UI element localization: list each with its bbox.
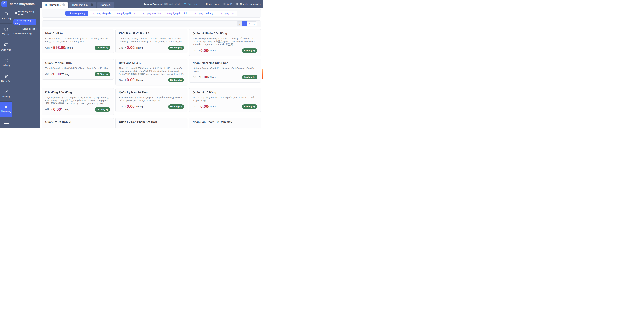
tab-2[interactable]: Thêm mới đơ...× xyxy=(69,2,96,8)
tab-3[interactable]: Trang chủ xyxy=(97,2,114,8)
sidebar-item-2[interactable]: Tồn kho xyxy=(0,24,12,39)
cart-icon xyxy=(4,74,8,78)
currency-symbol: € xyxy=(199,76,200,78)
app-window: demo mayorista Thị trường ứ...×Thêm mới … xyxy=(0,0,263,128)
sidebar-item-6[interactable]: Thiết lập xyxy=(0,86,12,102)
main-content: Tất cả ứng dụngỨng dụng sản phẩmỨng dụng… xyxy=(40,8,263,128)
sidebar-item-5[interactable]: Sản phẩm xyxy=(0,70,12,86)
price-amount: 0.00 xyxy=(53,72,61,76)
price-label: Giá: xyxy=(119,46,124,49)
price-row: Giá:€0.00/ ThángĐã đăng ký xyxy=(192,75,258,79)
registered-badge: Đã đăng ký xyxy=(168,78,184,82)
price-amount: 598.00 xyxy=(53,45,65,50)
app-card-description: Thực hiện quản lý đặt hàng bán hàng, thi… xyxy=(45,96,110,105)
topmenu-item-grid4[interactable]: APP xyxy=(223,3,232,5)
sidebar-item-4[interactable]: Tiếp thị xyxy=(0,55,12,70)
app-card-description: Thực hiện quản lý đặt hàng mua sỉ, thiết… xyxy=(119,67,184,76)
app-card-title: Nhập Excel Nhà Cung Cấp xyxy=(192,61,258,65)
pagination-next[interactable]: » xyxy=(252,22,257,26)
filter-button-2[interactable]: Ứng dụng sản phẩm xyxy=(88,11,115,16)
hamburger-menu-icon[interactable] xyxy=(0,122,12,125)
app-card-description: Kích hoạt quản lý hạn sử dụng cho sản ph… xyxy=(119,96,184,102)
topmenu-label: Khách hàng xyxy=(206,3,220,5)
app-card-title: Quản Lý Hạn Sử Dụng xyxy=(119,91,184,94)
pagination-page-2[interactable]: 2 xyxy=(247,22,252,26)
cmd-icon xyxy=(4,59,8,63)
filter-button-7[interactable]: Ứng dụng khác xyxy=(216,11,237,16)
filter-button-5[interactable]: Ứng dụng tài chính xyxy=(165,11,190,16)
app-card-description: Chức năng quản lý bán hàng cho bán sỉ th… xyxy=(119,37,184,43)
price-row: Giá:€0.00/ ThángĐã đăng ký xyxy=(45,107,110,112)
price-label: Giá: xyxy=(45,46,50,49)
app-card-title: Quản Lý Nhiều Cửa Hàng xyxy=(192,32,258,36)
app-card-grid: Khối Cơ BảnKhối chức năng cơ bản nhất, b… xyxy=(42,29,261,128)
monitor-icon xyxy=(184,3,186,5)
close-icon[interactable]: × xyxy=(90,3,93,6)
price-amount: 0.00 xyxy=(200,48,208,53)
price-amount: 0.00 xyxy=(127,104,134,109)
topmenu-item-user[interactable]: Cuenta Principal▾ xyxy=(236,3,261,5)
close-icon[interactable]: × xyxy=(62,3,65,6)
grid4-icon xyxy=(223,3,226,5)
currency-symbol: € xyxy=(52,46,53,49)
pagination-bar: «12» xyxy=(42,21,261,27)
price-row: Giá:€0.00/ ThángĐã đăng ký xyxy=(45,72,110,76)
topmenu-label: Tienda Principal xyxy=(144,3,163,5)
pagination-prev[interactable]: « xyxy=(237,22,242,26)
submenu-item-3[interactable]: Lịch sử mua hàng xyxy=(12,32,40,35)
topmenu: Tienda Principal[Chuyển đổi]Bán hàngKhác… xyxy=(140,0,261,8)
filter-button-3[interactable]: Ứng dụng tiếp thị xyxy=(115,11,138,16)
app-card-title: Đặt Hàng Bán Hàng xyxy=(45,91,110,94)
tab-label: Trang chủ xyxy=(100,3,111,6)
tab-1[interactable]: Thị trường ứ...× xyxy=(42,2,68,8)
grid-icon xyxy=(14,12,17,15)
app-card: Nhập Excel Nhà Cung CấpHỗ trợ nhập và xu… xyxy=(189,59,261,83)
submenu-item-1[interactable]: Thị trường ứng dụng xyxy=(14,19,36,25)
app-card-title: Quản Lý Đa Đơn Vị xyxy=(45,120,110,124)
registered-badge: Đã đăng ký xyxy=(242,48,258,53)
registered-badge: Đã đăng ký xyxy=(94,72,110,76)
currency-symbol: € xyxy=(125,79,126,81)
currency-symbol: € xyxy=(52,73,53,75)
price-period: / Tháng xyxy=(61,108,69,111)
topmenu-item-pin[interactable]: Tienda Principal[Chuyển đổi] xyxy=(140,3,180,5)
filter-button-1[interactable]: Tất cả ứng dụng xyxy=(66,11,88,16)
filter-button-6[interactable]: Ứng dụng kho hàng xyxy=(190,11,216,16)
scrollbar-thumb[interactable] xyxy=(262,69,263,79)
sidebar-item-7[interactable]: Ứng dụng xyxy=(0,102,12,117)
app-card-description: Thực hiện quản lý kho tách biệt với cửa … xyxy=(45,67,110,70)
sidebar-item-label: Bán hàng xyxy=(2,17,11,20)
pagination-page-1[interactable]: 1 xyxy=(242,22,247,26)
price-amount: 0.00 xyxy=(127,45,134,50)
app-card: Quản Lý Hạn Sử DụngKích hoạt quản lý hạn… xyxy=(116,88,188,112)
topmenu-item-monitor[interactable]: Bán hàng xyxy=(184,3,198,5)
app-card: Quản Lý Nhiều KhoThực hiện quản lý kho t… xyxy=(42,59,114,80)
price-period: / Tháng xyxy=(65,46,74,49)
app-card: Quản Lý Sản Phẩm Kết Hợp xyxy=(116,118,188,128)
brand-name: demo mayorista xyxy=(10,2,35,6)
cube-icon xyxy=(4,27,8,32)
app-card: Khối Bán Sỉ Và Bán LẻChức năng quản lý b… xyxy=(116,29,188,53)
price-label: Giá: xyxy=(192,49,197,52)
layout: Bán hàngTồn khoQuản lý tàiTiếp thịSản ph… xyxy=(0,8,263,128)
price-label: Giá: xyxy=(192,76,197,78)
sidebar-item-label: Ứng dụng xyxy=(1,110,11,113)
topbar: demo mayorista Thị trường ứ...×Thêm mới … xyxy=(0,0,263,8)
filter-button-4[interactable]: Ứng dụng mua hàng xyxy=(138,11,165,16)
app-card-title: Đặt Hàng Mua Sỉ xyxy=(119,61,184,65)
registered-badge: Đã đăng ký xyxy=(168,104,184,109)
app-card-title: Quản Lý Sản Phẩm Kết Hợp xyxy=(119,120,184,124)
price-amount: 0.00 xyxy=(200,75,208,79)
price-label: Giá: xyxy=(119,105,124,108)
app-card-title: Khối Bán Sỉ Và Bán Lẻ xyxy=(119,32,184,36)
sidebar-item-3[interactable]: Quản lý tài xyxy=(0,39,12,55)
sidebar-item-1[interactable]: Bán hàng xyxy=(0,8,12,24)
app-card-title: Quản Lý Lô Hàng xyxy=(192,91,258,94)
app-logo[interactable] xyxy=(1,1,8,7)
submenu-item-2[interactable]: Đăng ký của tôi xyxy=(12,28,40,30)
price-period: / Tháng xyxy=(134,79,143,82)
topmenu-item-headset[interactable]: Khách hàng xyxy=(202,3,220,5)
store-switch-label[interactable]: [Chuyển đổi] xyxy=(164,3,180,5)
price-period: / Tháng xyxy=(208,105,216,108)
brand: demo mayorista xyxy=(1,1,35,7)
